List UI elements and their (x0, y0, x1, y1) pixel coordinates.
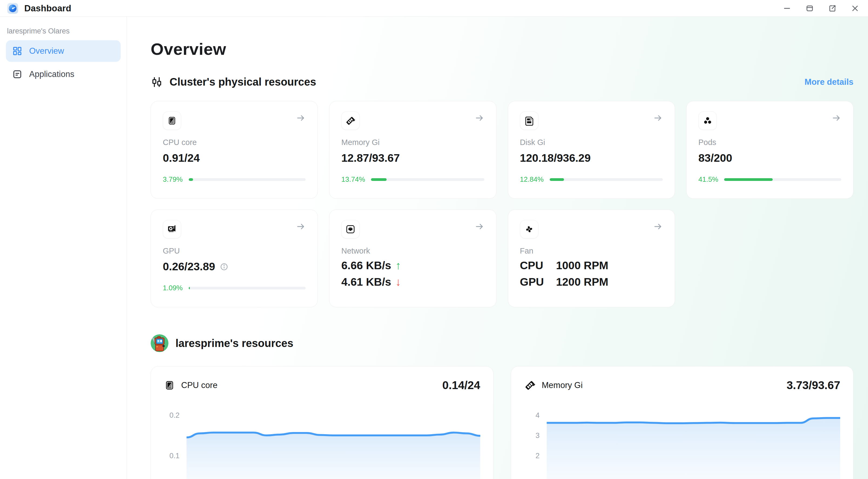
memory-icon (524, 379, 536, 391)
resource-cards-grid: CPU core 0.91/24 3.79% Memory Gi 12.87/9… (151, 101, 854, 307)
area-chart (187, 405, 480, 479)
usage-percent: 3.79% (163, 175, 183, 184)
resource-label: Disk Gi (520, 138, 663, 147)
resource-label: Network (341, 246, 484, 256)
sidebar-item-label: Overview (29, 46, 64, 56)
user-avatar (151, 334, 168, 352)
arrow-right-icon[interactable] (296, 113, 306, 124)
fan-cpu-row: CPU 1000 RPM (520, 259, 663, 272)
usage-progress: 3.79% (163, 175, 306, 184)
fan-icon (520, 220, 538, 238)
usage-progress: 13.74% (341, 175, 484, 184)
usage-percent: 1.09% (163, 284, 183, 292)
workspace-label: laresprime's Olares (7, 27, 127, 35)
fan-row-value: 1000 RPM (556, 259, 609, 272)
resource-value: 120.18/936.29 (520, 152, 663, 164)
fan-gpu-row: GPU 1200 RPM (520, 276, 663, 288)
open-external-icon (828, 4, 836, 12)
app-logo-icon (7, 3, 18, 14)
progress-track (724, 178, 841, 181)
usage-progress: 12.84% (520, 175, 663, 184)
network-card[interactable]: Network 6.66 KB/s ↑ 4.61 KB/s ↓ (329, 210, 496, 307)
dashboard-grid-icon (12, 46, 22, 56)
chart-plot-area: 0.20.1 (164, 405, 480, 479)
disk-card[interactable]: Disk Gi 120.18/936.29 12.84% (508, 101, 675, 199)
close-button[interactable] (849, 2, 861, 14)
memory-card[interactable]: Memory Gi 12.87/93.67 13.74% (329, 101, 496, 199)
progress-fill (550, 178, 564, 181)
fan-card[interactable]: Fan CPU 1000 RPM GPU 1200 RPM (508, 210, 675, 307)
network-icon (341, 220, 360, 238)
upload-arrow-icon: ↑ (396, 259, 401, 272)
resource-label: GPU (163, 246, 306, 256)
cluster-section-title: Cluster's physical resources (169, 76, 316, 88)
gpu-value-text: 0.26/23.89 (163, 260, 215, 273)
gpu-card[interactable]: GPU 0.26/23.89 1.09% (151, 210, 318, 307)
usage-percent: 12.84% (520, 175, 544, 184)
resource-value: 0.91/24 (163, 152, 306, 164)
arrow-right-icon[interactable] (832, 113, 841, 124)
main-content: Overview Cluster's physical resources Mo… (127, 17, 868, 479)
gpu-icon (163, 220, 181, 238)
fan-row-name: GPU (520, 276, 552, 288)
window-titlebar: Dashboard (0, 0, 868, 17)
y-axis-tick: 0.1 (169, 452, 180, 460)
progress-track (189, 287, 306, 290)
user-section-title: laresprime's resources (176, 337, 293, 350)
chart-current-value: 3.73/93.67 (786, 379, 840, 392)
network-upload-row: 6.66 KB/s ↑ (341, 259, 484, 272)
y-axis-tick: 3 (535, 431, 539, 440)
usage-percent: 13.74% (341, 175, 365, 184)
chart-card-header: Memory Gi 3.73/93.67 (524, 379, 840, 392)
download-arrow-icon: ↓ (396, 276, 401, 288)
y-axis-tick: 0.2 (169, 411, 180, 420)
download-speed: 4.61 KB/s (341, 276, 391, 288)
disk-icon (520, 112, 538, 130)
chart-title: Memory Gi (542, 381, 583, 390)
arrow-right-icon[interactable] (653, 113, 663, 124)
progress-fill (189, 287, 190, 290)
minimize-button[interactable] (781, 2, 793, 14)
usage-progress: 1.09% (163, 284, 306, 292)
more-details-link[interactable]: More details (805, 77, 854, 87)
info-icon[interactable] (220, 263, 228, 271)
close-icon (851, 4, 859, 12)
open-external-button[interactable] (827, 2, 838, 14)
cpu-card[interactable]: CPU core 0.91/24 3.79% (151, 101, 318, 199)
resource-label: Fan (520, 246, 663, 256)
progress-track (371, 178, 484, 181)
sidebar: laresprime's Olares Overview Application… (0, 17, 127, 479)
pods-card[interactable]: Pods 83/200 41.5% (686, 101, 854, 199)
usage-progress: 41.5% (699, 175, 841, 184)
resource-label: CPU core (163, 138, 306, 147)
arrow-right-icon[interactable] (475, 222, 484, 233)
arrow-right-icon[interactable] (475, 113, 484, 124)
progress-fill (371, 178, 386, 181)
resource-label: Memory Gi (341, 138, 484, 147)
chart-title: CPU core (181, 381, 217, 390)
arrow-right-icon[interactable] (296, 222, 306, 233)
cpu-icon (164, 380, 175, 391)
user-charts-grid: CPU core 0.14/24 0.20.1 (151, 366, 854, 479)
minimize-icon (783, 4, 791, 12)
chart-card-header: CPU core 0.14/24 (164, 379, 480, 392)
progress-track (550, 178, 663, 181)
y-axis-labels: 432 (524, 405, 547, 479)
applications-icon (12, 69, 22, 79)
y-axis-tick: 4 (535, 411, 539, 420)
area-chart (547, 405, 840, 479)
progress-track (189, 178, 306, 181)
resource-value: 0.26/23.89 (163, 260, 306, 273)
cpu-chart-card: CPU core 0.14/24 0.20.1 (151, 366, 494, 479)
y-axis-labels: 0.20.1 (164, 405, 187, 479)
restore-window-button[interactable] (804, 2, 816, 14)
chart-plot-area: 432 (524, 405, 840, 479)
resource-value: 83/200 (699, 152, 841, 164)
sidebar-item-label: Applications (29, 69, 74, 79)
memory-icon (341, 112, 360, 130)
sidebar-item-overview[interactable]: Overview (6, 40, 121, 62)
usage-percent: 41.5% (699, 175, 718, 184)
cluster-section-header: Cluster's physical resources More detail… (151, 76, 854, 88)
sidebar-item-applications[interactable]: Applications (6, 63, 121, 85)
arrow-right-icon[interactable] (653, 222, 663, 233)
